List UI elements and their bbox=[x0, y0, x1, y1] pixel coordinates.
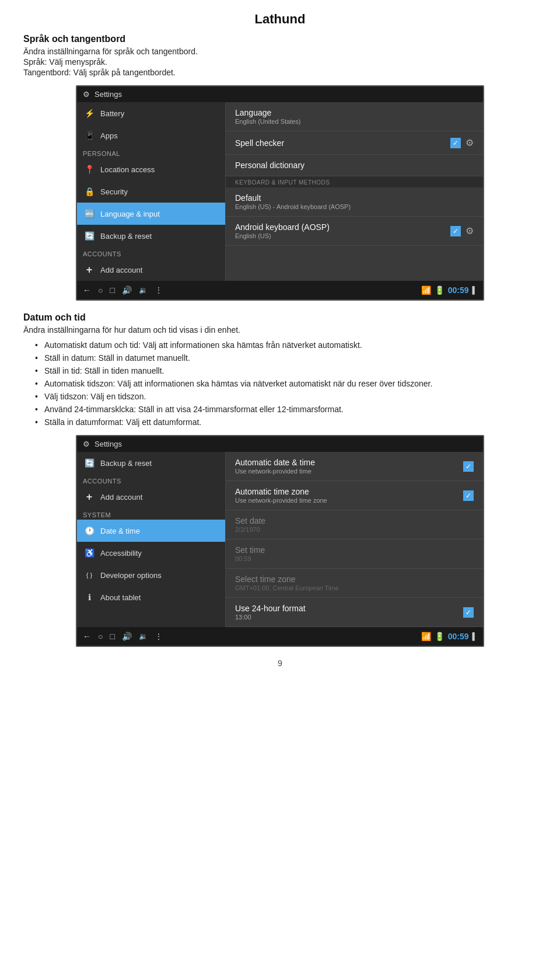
backup-icon: 🔄 bbox=[83, 229, 96, 242]
sidebar2-label-addaccount: Add account bbox=[100, 493, 142, 502]
content-personal-dict[interactable]: Personal dictionary bbox=[226, 155, 483, 176]
spellchecker-checkbox[interactable]: ✓ bbox=[450, 138, 461, 148]
volume-icon2[interactable]: 🔊 bbox=[122, 632, 132, 641]
add-icon1: + bbox=[83, 263, 96, 276]
apps-icon: 📱 bbox=[83, 129, 96, 142]
sidebar-item-location[interactable]: 📍 Location access bbox=[77, 158, 225, 180]
sidebar-label-battery: Battery bbox=[100, 109, 124, 118]
content-personal-dict-title: Personal dictionary bbox=[235, 161, 474, 170]
content-select-tz: Select time zone GMT+01:00, Central Euro… bbox=[226, 569, 483, 598]
sidebar-item-apps[interactable]: 📱 Apps bbox=[77, 124, 225, 147]
sidebar-label-language: Language & input bbox=[100, 210, 160, 218]
home-icon1[interactable]: ○ bbox=[98, 285, 103, 295]
content-auto-datetime[interactable]: Automatic date & time Use network-provid… bbox=[226, 452, 483, 481]
sidebar-item-battery[interactable]: ⚡ Battery bbox=[77, 102, 225, 124]
more-icon1[interactable]: ⋮ bbox=[155, 285, 163, 295]
page-number: 9 bbox=[23, 659, 537, 668]
content-language[interactable]: Language English (United States) bbox=[226, 102, 483, 131]
content-set-time: Set time 00:59 bbox=[226, 539, 483, 569]
recent-icon2[interactable]: □ bbox=[110, 632, 114, 641]
24hour-checkbox[interactable]: ✓ bbox=[463, 607, 474, 618]
content-auto-timezone[interactable]: Automatic time zone Use network-provided… bbox=[226, 481, 483, 510]
section1-line1: Ändra inställningarna för språk och tang… bbox=[23, 47, 537, 56]
content-auto-tz-subtitle: Use network-provided time zone bbox=[235, 497, 463, 504]
location-icon: 📍 bbox=[83, 163, 96, 176]
spellchecker-settings-icon[interactable]: ⚙ bbox=[466, 137, 474, 148]
sidebar-item-security[interactable]: 🔒 Security bbox=[77, 180, 225, 203]
sidebar-item-backup[interactable]: 🔄 Backup & reset bbox=[77, 225, 225, 247]
android-kb-checkbox[interactable]: ✓ bbox=[450, 226, 461, 236]
sidebar2-datetime[interactable]: 🕐 Date & time bbox=[77, 520, 225, 542]
volume-icon1[interactable]: 🔊 bbox=[122, 285, 132, 295]
sidebar2-label-about: About tablet bbox=[100, 593, 141, 602]
sidebar2-developer[interactable]: { } Developer options bbox=[77, 564, 225, 586]
content-language-title: Language bbox=[235, 108, 474, 117]
settings-icon1: ⚙ bbox=[83, 90, 90, 99]
content-24hour[interactable]: Use 24-hour format 13:00 ✓ bbox=[226, 598, 483, 627]
content-auto-tz-title: Automatic time zone bbox=[235, 487, 463, 496]
content-24hour-subtitle: 13:00 bbox=[235, 614, 463, 621]
screenshot2: ⚙ Settings 🔄 Backup & reset ACCOUNTS + A… bbox=[76, 435, 484, 647]
back-icon2[interactable]: ← bbox=[83, 632, 91, 641]
section1-heading: Språk och tangentbord Ändra inställninga… bbox=[23, 34, 537, 77]
more-icon2[interactable]: ⋮ bbox=[155, 632, 163, 641]
android-kb-settings-icon[interactable]: ⚙ bbox=[466, 225, 474, 236]
content-select-tz-title: Select time zone bbox=[235, 574, 474, 584]
battery-indicator2: ▌ bbox=[472, 632, 477, 640]
volume-icon2b[interactable]: 🔉 bbox=[139, 632, 148, 640]
sidebar-label-addaccount1: Add account bbox=[100, 266, 142, 274]
sidebar2-accessibility[interactable]: ♿ Accessibility bbox=[77, 542, 225, 564]
section2-bullets: Automatiskt datum och tid: Välj att info… bbox=[35, 340, 537, 427]
sidebar1: ⚡ Battery 📱 Apps PERSONAL 📍 Location acc… bbox=[77, 102, 226, 281]
auto-tz-checkbox[interactable]: ✓ bbox=[463, 490, 474, 501]
section1-line2: Språk: Välj menyspråk. bbox=[23, 57, 537, 67]
sidebar2-backup[interactable]: 🔄 Backup & reset bbox=[77, 452, 225, 474]
content-android-keyboard[interactable]: Android keyboard (AOSP) English (US) ✓ ⚙ bbox=[226, 217, 483, 246]
content-24hour-title: Use 24-hour format bbox=[235, 604, 463, 613]
content-default-keyboard[interactable]: Default English (US) - Android keyboard … bbox=[226, 187, 483, 217]
content-panel1: Language English (United States) Spell c… bbox=[226, 102, 483, 281]
settings-screen1: ⚡ Battery 📱 Apps PERSONAL 📍 Location acc… bbox=[77, 102, 483, 281]
topbar1: ⚙ Settings bbox=[77, 86, 483, 102]
content-default-title: Default bbox=[235, 193, 474, 203]
sidebar2-about[interactable]: ℹ About tablet bbox=[77, 586, 225, 608]
sidebar-item-addaccount1[interactable]: + Add account bbox=[77, 259, 225, 281]
section-label-system: SYSTEM bbox=[77, 508, 225, 520]
section1-title: Språk och tangentbord bbox=[23, 34, 537, 44]
volume-icon1b[interactable]: 🔉 bbox=[139, 286, 148, 294]
back-icon1[interactable]: ← bbox=[83, 285, 91, 295]
statusbar1-left: ← ○ □ 🔊 🔉 ⋮ bbox=[83, 285, 163, 295]
battery-icon: ⚡ bbox=[83, 107, 96, 120]
auto-datetime-checkbox[interactable]: ✓ bbox=[463, 461, 474, 472]
settings-screen2: 🔄 Backup & reset ACCOUNTS + Add account … bbox=[77, 452, 483, 627]
statusbar2-right: 📶 🔋 00:59 ▌ bbox=[421, 632, 477, 641]
settings-icon2: ⚙ bbox=[83, 440, 90, 448]
sidebar2-label-developer: Developer options bbox=[100, 571, 162, 580]
content-spellchecker[interactable]: Spell checker ✓ ⚙ bbox=[226, 131, 483, 155]
content-set-date-title: Set date bbox=[235, 516, 474, 525]
bullet-2: Ställ in datum: Ställ in datumet manuell… bbox=[35, 353, 537, 363]
sidebar2-label-accessibility: Accessibility bbox=[100, 549, 142, 558]
sidebar-label-backup: Backup & reset bbox=[100, 232, 152, 241]
content-auto-datetime-title: Automatic date & time bbox=[235, 458, 463, 467]
content-set-date-subtitle: 2/2/1970 bbox=[235, 526, 474, 533]
recent-icon1[interactable]: □ bbox=[110, 285, 114, 295]
section2-line1: Ändra inställningarna för hur datum och … bbox=[23, 325, 537, 335]
sidebar2-addaccount[interactable]: + Add account bbox=[77, 486, 225, 508]
home-icon2[interactable]: ○ bbox=[98, 632, 103, 641]
datetime-icon: 🕐 bbox=[83, 524, 96, 537]
lock-icon: 🔒 bbox=[83, 185, 96, 198]
accessibility-icon: ♿ bbox=[83, 546, 96, 559]
sidebar2: 🔄 Backup & reset ACCOUNTS + Add account … bbox=[77, 452, 226, 627]
add-icon2: + bbox=[83, 490, 96, 503]
sidebar2-label-backup: Backup & reset bbox=[100, 459, 152, 468]
keyboard-methods-divider: KEYBOARD & INPUT METHODS bbox=[226, 176, 483, 187]
bullet-7: Ställa in datumformat: Välj ett datumfor… bbox=[35, 417, 537, 427]
bullet-5: Välj tidszon: Välj en tidszon. bbox=[35, 392, 537, 401]
sidebar-item-language[interactable]: 🔤 Language & input bbox=[77, 203, 225, 225]
page-title: Lathund bbox=[23, 12, 537, 27]
language-icon: 🔤 bbox=[83, 207, 96, 220]
screenshot1: ⚙ Settings ⚡ Battery 📱 Apps PERSONAL bbox=[76, 85, 484, 301]
time2: 00:59 bbox=[448, 632, 469, 641]
about-icon: ℹ bbox=[83, 591, 96, 604]
